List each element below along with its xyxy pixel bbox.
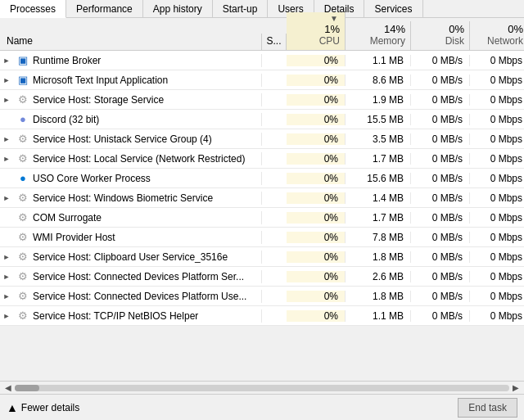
cell-disk: 0 MB/s (411, 232, 470, 243)
tab-performance[interactable]: Performance (66, 0, 143, 17)
tab-processes[interactable]: Processes (0, 0, 66, 18)
cell-cpu: 0% (287, 75, 346, 86)
process-icon: ⚙ (16, 211, 29, 224)
cell-disk: 0 MB/s (411, 291, 470, 302)
cell-disk: 0 MB/s (411, 94, 470, 106)
cell-cpu: 0% (287, 251, 346, 263)
cell-process-name: ► ⚙ Service Host: TCP/IP NetBIOS Helper (0, 309, 262, 323)
expand-icon[interactable]: ► (0, 56, 13, 65)
cell-network: 0 Mbps (470, 153, 524, 165)
cell-process-name: ► ⚙ Service Host: Unistack Service Group… (0, 133, 262, 146)
cell-cpu: 0% (287, 153, 346, 165)
cell-process-name: ► ⚙ Service Host: Storage Service (0, 93, 262, 106)
tab-services[interactable]: Services (364, 0, 422, 17)
cell-network: 0 Mbps (470, 133, 524, 145)
cell-process-name: ● USO Core Worker Process (0, 172, 262, 185)
expand-icon[interactable]: ► (0, 96, 13, 104)
col-header-network[interactable]: 0% Network (470, 21, 524, 50)
expand-icon[interactable]: ► (0, 155, 13, 163)
cell-memory: 1.1 MB (346, 310, 411, 322)
cell-network: 0 Mbps (470, 310, 524, 322)
end-task-button[interactable]: End task (458, 398, 517, 418)
column-headers: Name S... ▼ 1% CPU 14% Memory 0% Disk 0%… (0, 18, 524, 51)
cell-network: 0 Mbps (470, 75, 524, 86)
table-row[interactable]: ► ⚙ Service Host: Local Service (Network… (0, 149, 524, 169)
scroll-right-icon[interactable]: ▶ (509, 382, 522, 395)
cell-process-name: ► ▣ Runtime Broker (0, 54, 262, 67)
table-row[interactable]: ► ⚙ Service Host: Unistack Service Group… (0, 129, 524, 149)
table-row[interactable]: ● Discord (32 bit) 0% 15.5 MB 0 MB/s 0 M… (0, 110, 524, 129)
cell-network: 0 Mbps (470, 251, 524, 263)
cell-memory: 15.5 MB (346, 114, 411, 125)
cell-disk: 0 MB/s (411, 310, 470, 322)
scrollbar-thumb[interactable] (15, 385, 39, 391)
cell-cpu: 0% (287, 232, 346, 243)
table-row[interactable]: ► ⚙ Service Host: Windows Biometric Serv… (0, 188, 524, 208)
cell-memory: 1.7 MB (346, 153, 411, 165)
col-header-disk[interactable]: 0% Disk (411, 21, 470, 50)
process-list: ► ▣ Runtime Broker 0% 1.1 MB 0 MB/s 0 Mb… (0, 51, 524, 381)
process-name-label: Service Host: Local Service (Network Res… (33, 153, 245, 165)
process-name-label: COM Surrogate (33, 212, 102, 224)
table-row[interactable]: ► ⚙ Service Host: Connected Devices Plat… (0, 267, 524, 287)
expand-icon[interactable]: ► (0, 76, 13, 84)
col-header-status[interactable]: S... (262, 34, 287, 50)
cell-network: 0 Mbps (470, 192, 524, 204)
tab-app-history[interactable]: App history (143, 0, 213, 17)
col-header-memory[interactable]: 14% Memory (346, 21, 411, 50)
footer: ▲ Fewer details End task (0, 394, 524, 420)
tab-start-up[interactable]: Start-up (213, 0, 269, 17)
cell-memory: 2.6 MB (346, 271, 411, 282)
cell-process-name: ► ⚙ Service Host: Clipboard User Service… (0, 251, 262, 264)
process-name-label: Service Host: Clipboard User Service_351… (33, 251, 228, 263)
cell-cpu: 0% (287, 192, 346, 204)
cell-process-name: ► ⚙ Service Host: Local Service (Network… (0, 152, 262, 165)
cell-network: 0 Mbps (470, 173, 524, 184)
cell-cpu: 0% (287, 212, 346, 224)
cell-memory: 15.6 MB (346, 173, 411, 184)
scrollbar-track[interactable] (15, 385, 509, 391)
table-row[interactable]: ● USO Core Worker Process 0% 15.6 MB 0 M… (0, 169, 524, 188)
table-row[interactable]: ⚙ COM Surrogate 0% 1.7 MB 0 MB/s 0 Mbps (0, 208, 524, 228)
process-icon: ⚙ (16, 231, 29, 244)
expand-icon[interactable]: ► (0, 135, 13, 143)
process-name-label: Discord (32 bit) (33, 114, 99, 125)
cell-disk: 0 MB/s (411, 114, 470, 125)
expand-icon[interactable]: ► (0, 194, 13, 202)
cell-disk: 0 MB/s (411, 75, 470, 86)
expand-icon[interactable]: ► (0, 273, 13, 281)
process-icon: ⚙ (16, 251, 29, 264)
table-row[interactable]: ► ▣ Runtime Broker 0% 1.1 MB 0 MB/s 0 Mb… (0, 51, 524, 70)
process-name-label: Service Host: Storage Service (33, 94, 164, 106)
cell-network: 0 Mbps (470, 291, 524, 302)
expand-icon[interactable]: ► (0, 253, 13, 261)
cell-memory: 1.4 MB (346, 192, 411, 204)
process-name-label: Service Host: Windows Biometric Service (33, 192, 213, 204)
col-header-name[interactable]: Name (0, 34, 262, 50)
table-row[interactable]: ► ⚙ Service Host: Storage Service 0% 1.9… (0, 90, 524, 110)
expand-icon[interactable]: ► (0, 292, 13, 300)
table-row[interactable]: ► ⚙ Service Host: TCP/IP NetBIOS Helper … (0, 306, 524, 326)
cell-network: 0 Mbps (470, 114, 524, 125)
cell-memory: 7.8 MB (346, 232, 411, 243)
table-row[interactable]: ► ⚙ Service Host: Clipboard User Service… (0, 247, 524, 267)
table-row[interactable]: ► ▣ Microsoft Text Input Application 0% … (0, 70, 524, 90)
scroll-left-icon[interactable]: ◀ (2, 382, 15, 395)
process-name-label: Runtime Broker (33, 55, 101, 66)
process-name-label: Microsoft Text Input Application (33, 75, 168, 86)
cell-cpu: 0% (287, 291, 346, 302)
process-name-label: Service Host: Connected Devices Platform… (33, 291, 246, 302)
process-name-label: USO Core Worker Process (33, 173, 151, 184)
cell-memory: 8.6 MB (346, 75, 411, 86)
table-row[interactable]: ⚙ WMI Provider Host 0% 7.8 MB 0 MB/s 0 M… (0, 228, 524, 247)
process-icon: ● (16, 172, 29, 185)
table-row[interactable]: ► ⚙ Service Host: Connected Devices Plat… (0, 287, 524, 306)
process-icon: ⚙ (16, 192, 29, 205)
process-icon: ⚙ (16, 93, 29, 106)
expand-icon[interactable]: ► (0, 312, 13, 320)
col-header-cpu[interactable]: ▼ 1% CPU (287, 12, 346, 50)
cell-cpu: 0% (287, 271, 346, 282)
horizontal-scrollbar[interactable]: ◀ ▶ (0, 381, 524, 394)
process-icon: ⚙ (16, 270, 29, 283)
fewer-details-button[interactable]: ▲ Fewer details (7, 401, 79, 414)
